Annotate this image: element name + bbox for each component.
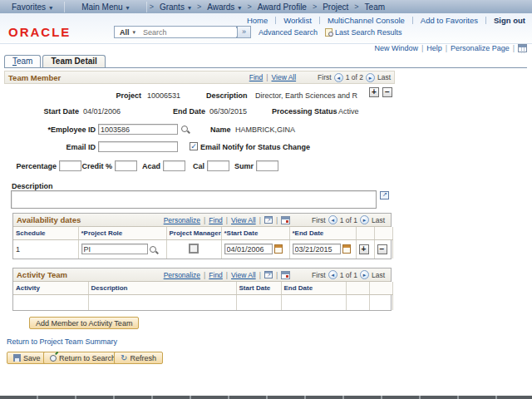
cal-input[interactable] [207, 160, 229, 171]
breadcrumb-separator: > [310, 2, 319, 11]
view-all-link[interactable]: View All [231, 271, 256, 279]
breadcrumb-project[interactable]: Project [319, 2, 352, 12]
link-divider: | [259, 216, 261, 224]
activity-grid-header: Activity Team Personalize | Find | View … [13, 268, 391, 282]
layout-grid-icon[interactable] [518, 44, 527, 52]
find-link[interactable]: Find [209, 271, 223, 279]
refresh-button-label: Refresh [130, 354, 156, 362]
project-manager-checkbox[interactable] [189, 244, 199, 254]
search-go-button[interactable]: » [237, 26, 251, 38]
row-end-date-input[interactable] [293, 244, 341, 254]
next-row-icon[interactable]: ► [360, 215, 369, 224]
breadcrumb-separator: > [244, 2, 254, 11]
breadcrumb-main-menu[interactable]: Main Menu [65, 2, 146, 12]
add-row-button[interactable] [359, 244, 369, 254]
popup-window-icon[interactable] [264, 216, 273, 224]
employee-id-input[interactable] [98, 124, 178, 135]
acad-input[interactable] [163, 160, 185, 171]
pager-first-label[interactable]: First [312, 216, 326, 224]
tab-underline [4, 67, 527, 68]
description-textarea[interactable] [11, 190, 377, 209]
pager-last-label[interactable]: Last [372, 271, 385, 279]
activity-cell [13, 295, 88, 310]
view-all-link[interactable]: View All [272, 73, 297, 81]
return-to-summary-link[interactable]: Return to Project Team Summary [7, 337, 117, 346]
next-row-icon[interactable]: ► [360, 270, 369, 279]
calendar-icon[interactable] [342, 244, 351, 254]
project-role-lookup-icon[interactable] [150, 246, 156, 253]
row-start-date-input[interactable] [224, 244, 273, 254]
popup-window-icon[interactable] [264, 271, 273, 278]
breadcrumb-grants[interactable]: Grants [156, 2, 195, 12]
pager-last-label[interactable]: Last [372, 216, 385, 224]
sign-out-link[interactable]: Sign out [486, 16, 527, 25]
delete-row-button[interactable] [377, 244, 387, 254]
pager-first-label[interactable]: First [312, 271, 326, 279]
pager-last-label[interactable]: Last [377, 73, 391, 81]
previous-row-icon[interactable]: ◄ [334, 73, 343, 82]
refresh-button[interactable]: ↻ Refresh [114, 352, 163, 364]
personalize-link[interactable]: Personalize [164, 271, 200, 279]
download-to-excel-icon[interactable] [281, 216, 290, 224]
breadcrumb-favorites[interactable]: Favorites [0, 2, 65, 12]
employee-lookup-icon[interactable] [181, 126, 188, 132]
find-link[interactable]: Find [209, 216, 223, 224]
expand-description-icon[interactable] [380, 191, 389, 200]
percentage-input[interactable] [59, 160, 81, 171]
project-value: 10006531 [147, 91, 180, 100]
project-role-input[interactable] [81, 244, 148, 254]
add-to-favorites-link[interactable]: Add to Favorites [413, 16, 485, 25]
link-divider: | [226, 216, 228, 224]
personalize-page-link[interactable]: Personalize Page [451, 44, 510, 52]
activity-title: Activity Team [13, 270, 67, 279]
add-member-button[interactable]: Add Member to Activity Team [29, 317, 139, 329]
column-header-schedule: Schedule [13, 227, 78, 240]
chevron-down-icon[interactable]: ▾ [133, 29, 140, 36]
last-search-results-link[interactable]: Last Search Results [325, 28, 402, 37]
breadcrumb-award-profile[interactable]: Award Profile [254, 2, 310, 12]
calendar-icon[interactable] [274, 244, 283, 254]
find-link[interactable]: Find [249, 73, 264, 81]
delete-row-button[interactable] [382, 87, 392, 97]
breadcrumb-awards[interactable]: Awards [204, 2, 244, 12]
save-button[interactable]: Save [7, 352, 47, 364]
taskbar-edge [0, 396, 532, 399]
column-header-start-date: *Start Date [221, 227, 289, 240]
column-header-activity: Activity [13, 282, 88, 295]
breadcrumb-separator: > [147, 2, 156, 11]
email-notify-checkbox[interactable] [190, 142, 198, 150]
breadcrumb-team[interactable]: Team [362, 2, 388, 12]
link-divider: | [446, 44, 447, 52]
personalize-link[interactable]: Personalize [164, 216, 200, 224]
description-cell [88, 295, 236, 310]
new-window-link[interactable]: New Window [374, 44, 418, 52]
tab-team[interactable]: Team [4, 55, 41, 67]
next-row-icon[interactable]: ► [366, 73, 375, 82]
tab-team-detail-label: Team Detail [51, 57, 96, 66]
tab-team-detail[interactable]: Team Detail [42, 55, 105, 67]
column-header-end-date: *End Date [289, 227, 356, 240]
credit-input[interactable] [115, 160, 137, 171]
breadcrumb-separator: > [195, 2, 204, 11]
download-to-excel-icon[interactable] [281, 271, 290, 279]
search-input[interactable] [140, 28, 244, 37]
return-to-search-button[interactable]: Return to Search [43, 352, 122, 364]
link-divider: | [259, 271, 261, 279]
sumr-input[interactable] [256, 160, 278, 171]
previous-row-icon[interactable]: ◄ [328, 215, 337, 224]
worklist-link[interactable]: Worklist [276, 16, 319, 25]
add-row-button[interactable] [369, 87, 379, 97]
home-link[interactable]: Home [239, 16, 275, 25]
view-all-link[interactable]: View All [231, 216, 256, 224]
help-link[interactable]: Help [426, 44, 442, 52]
search-scope-select[interactable]: All [115, 28, 133, 37]
pager-first-label[interactable]: First [318, 73, 332, 81]
multichannel-console-link[interactable]: MultiChannel Console [320, 16, 412, 25]
email-id-input[interactable] [98, 141, 178, 152]
project-role-cell [78, 240, 166, 259]
description-box-label: Description [12, 182, 53, 190]
previous-row-icon[interactable]: ◄ [328, 270, 337, 279]
link-divider: | [204, 271, 205, 279]
column-header-blank [369, 282, 392, 295]
advanced-search-link[interactable]: Advanced Search [259, 28, 318, 37]
